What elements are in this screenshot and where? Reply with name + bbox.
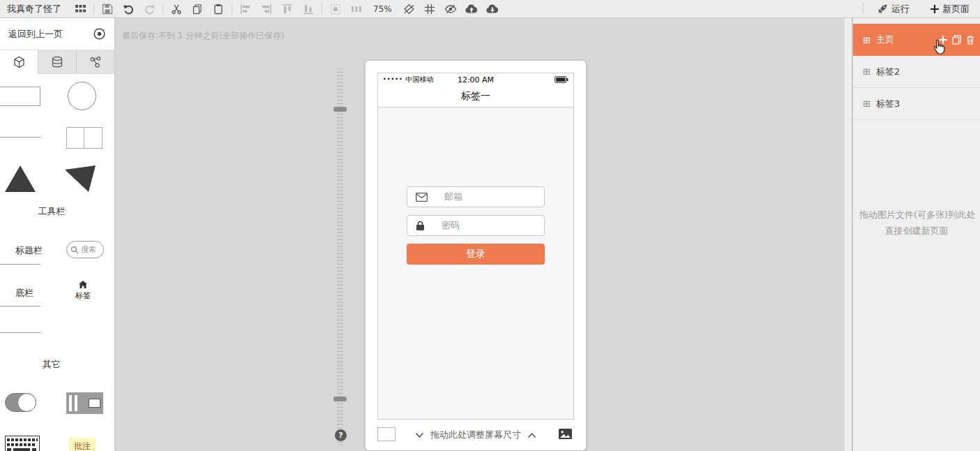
ruler-handle-top[interactable]	[333, 107, 347, 112]
line-widget[interactable]	[0, 306, 40, 306]
page-title[interactable]: 标签一	[378, 86, 573, 108]
screen-size-input[interactable]	[377, 427, 395, 441]
duplicate-page-button[interactable]	[952, 35, 961, 45]
line-widget[interactable]	[0, 332, 40, 333]
match-size-button[interactable]	[325, 1, 346, 17]
box	[84, 127, 103, 149]
drop-hint: 拖动图片文件(可多张)到此处 直接创建新页面	[853, 207, 980, 239]
cloud-download-button[interactable]	[482, 1, 503, 17]
new-page-label: 新页面	[942, 3, 970, 15]
align-right-button[interactable]	[256, 1, 277, 17]
screen-content: 邮箱 密码 登录	[378, 108, 573, 419]
line-widget[interactable]	[0, 137, 40, 138]
screen-resize-bar[interactable]: 拖动此处调整屏幕尺寸	[377, 420, 574, 450]
ruler-handle-bottom[interactable]	[333, 397, 347, 401]
scissors-icon	[171, 3, 182, 15]
email-placeholder: 邮箱	[444, 191, 462, 203]
save-button[interactable]	[97, 1, 118, 17]
rectangle-widget[interactable]	[0, 87, 40, 106]
widget-library-button[interactable]	[70, 1, 91, 17]
duplicate-icon	[952, 35, 961, 45]
rotate-canvas-button[interactable]	[398, 1, 419, 17]
rocket-icon	[877, 3, 888, 15]
distribute-button[interactable]	[346, 1, 367, 17]
image-icon	[558, 428, 573, 440]
media-widget[interactable]	[66, 392, 103, 414]
home-icon	[78, 280, 88, 289]
set-background-image-button[interactable]	[558, 428, 573, 442]
expand-icon[interactable]: ⊞	[863, 35, 870, 45]
add-subpage-button[interactable]	[939, 36, 947, 44]
expand-icon[interactable]: ⊞	[863, 66, 870, 77]
password-field[interactable]: 密码	[407, 215, 545, 236]
annotation-widget[interactable]: 批注	[69, 438, 96, 451]
switch-knob	[17, 393, 36, 412]
align-left-icon	[240, 3, 251, 15]
tab-components[interactable]	[0, 50, 38, 74]
trash-icon	[966, 35, 974, 45]
circle-widget[interactable]	[68, 82, 96, 110]
widget-grid-icon	[75, 3, 86, 14]
triangle-widget[interactable]	[5, 165, 36, 192]
canvas-scrollbar[interactable]	[844, 18, 852, 451]
section-label-other: 其它	[0, 358, 103, 371]
chevron-down-icon[interactable]	[415, 432, 424, 438]
tab-widget-label: 标签	[75, 290, 91, 301]
search-widget[interactable]: 搜索	[66, 241, 104, 258]
undo-button[interactable]	[118, 1, 139, 17]
widget-list: 工具栏 标题栏 搜索 底栏 标签 其它	[0, 74, 114, 451]
undo-icon	[123, 3, 135, 15]
paste-button[interactable]	[208, 1, 229, 17]
hide-elements-button[interactable]	[440, 1, 461, 17]
toolbar-right-group: 运行 新页面	[860, 0, 980, 17]
tab-shared-library[interactable]	[76, 50, 114, 73]
align-bottom-button[interactable]	[298, 1, 319, 17]
paste-icon	[213, 3, 224, 15]
keyboard-widget[interactable]	[5, 436, 40, 451]
align-top-button[interactable]	[277, 1, 298, 17]
two-box-widget[interactable]	[66, 127, 103, 149]
vertical-ruler[interactable]	[337, 68, 343, 445]
run-button[interactable]: 运行	[866, 0, 920, 17]
line-widget[interactable]	[0, 264, 40, 265]
battery-icon	[555, 76, 568, 83]
main-area: 返回到上一页 工具栏	[0, 18, 980, 451]
copy-button[interactable]	[187, 1, 208, 17]
phone-mockup[interactable]: ••••• 中国移动 12:00 AM 标签一 邮箱	[365, 60, 587, 451]
page-item-home[interactable]: ⊞ 主页	[853, 24, 980, 56]
email-field[interactable]: 邮箱	[407, 186, 545, 207]
grid-toggle-button[interactable]	[419, 1, 440, 17]
cloud-download-icon	[485, 3, 499, 15]
switch-widget[interactable]	[5, 393, 36, 412]
canvas[interactable]: 最后保存:不到 1 分钟之前(全部操作已保存) ••••• 中国移动 12:00…	[115, 18, 852, 451]
titlebar-widget[interactable]: 标题栏	[15, 244, 43, 257]
phone-screen[interactable]: ••••• 中国移动 12:00 AM 标签一 邮箱	[377, 73, 574, 420]
cut-button[interactable]	[166, 1, 187, 17]
top-toolbar: 我真奇了怪了	[0, 0, 980, 18]
login-button[interactable]: 登录	[407, 244, 545, 265]
help-button[interactable]: ?	[335, 429, 347, 441]
chevron-up-icon[interactable]	[527, 432, 536, 438]
box	[66, 127, 84, 149]
align-left-button[interactable]	[235, 1, 256, 17]
zoom-level[interactable]: 75%	[367, 4, 398, 14]
delete-page-button[interactable]	[966, 35, 974, 45]
new-page-button[interactable]: 新页面	[920, 0, 980, 17]
tab-widget-stack[interactable]	[38, 50, 76, 73]
toolbar-separator	[232, 3, 232, 15]
cloud-upload-button[interactable]	[461, 1, 482, 17]
target-icon[interactable]	[93, 27, 106, 40]
drop-hint-line2: 直接创建新页面	[853, 223, 980, 239]
redo-button[interactable]	[139, 1, 160, 17]
page-item-tab3[interactable]: ⊞ 标签3	[853, 88, 980, 120]
bottombar-widget[interactable]: 底栏	[15, 287, 33, 300]
back-to-previous-page[interactable]: 返回到上一页	[0, 18, 114, 50]
align-right-icon	[261, 3, 272, 15]
page-item-tab2[interactable]: ⊞ 标签2	[853, 56, 980, 88]
expand-icon[interactable]: ⊞	[863, 98, 870, 109]
redo-icon	[144, 3, 156, 15]
corner-triangle-widget[interactable]	[64, 165, 96, 193]
tab-bar-widget[interactable]: 标签	[70, 280, 96, 301]
project-name[interactable]: 我真奇了怪了	[0, 3, 70, 15]
carrier-label: 中国移动	[406, 75, 434, 84]
